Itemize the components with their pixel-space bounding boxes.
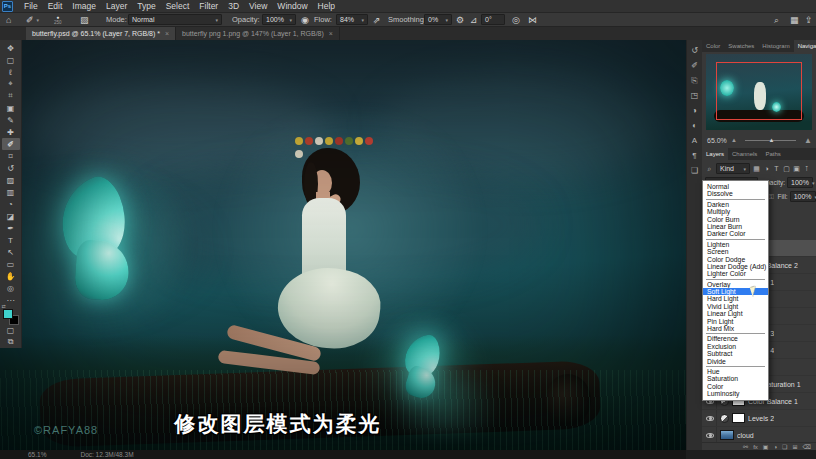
opacity-select[interactable]: 100%▾ [262, 14, 296, 25]
status-zoom[interactable]: 65.1% [28, 451, 46, 458]
blur-tool[interactable]: ◔ [2, 198, 20, 210]
blend-option-difference[interactable]: Difference [703, 335, 768, 342]
layer-mask-icon[interactable]: ▣ [763, 443, 769, 451]
close-icon[interactable]: × [329, 30, 333, 37]
share-icon[interactable]: ⇪ [805, 13, 813, 27]
blend-option-screen[interactable]: Screen [703, 248, 768, 255]
tab-layers[interactable]: Layers [702, 148, 728, 160]
blend-option-multiply[interactable]: Multiply [703, 208, 768, 215]
shape-tool[interactable]: ▭ [2, 258, 20, 270]
tab-swatches[interactable]: Swatches [724, 40, 758, 52]
blend-option-pin-light[interactable]: Pin Light [703, 318, 768, 325]
workspace-icon[interactable]: ▦ [790, 13, 799, 27]
layer-row[interactable]: Levels 2 [702, 410, 816, 427]
flow-select[interactable]: 84%▾ [336, 14, 368, 25]
styles-panel-icon[interactable]: ◐ [688, 118, 702, 133]
mode-select[interactable]: Normal▾ [128, 14, 222, 25]
canvas[interactable]: ©RAFYA88 修改图层模式为柔光 [0, 40, 686, 450]
menu-help[interactable]: Help [313, 0, 340, 13]
delete-layer-icon[interactable]: ⌫ [803, 443, 811, 451]
menu-filter[interactable]: Filter [194, 0, 223, 13]
move-tool[interactable]: ✥ [2, 42, 20, 54]
color-swatches[interactable]: ⇄ [3, 309, 19, 325]
blend-option-color-dodge[interactable]: Color Dodge [703, 256, 768, 263]
airbrush-icon[interactable]: ⇗ [373, 13, 381, 27]
menu-edit[interactable]: Edit [43, 0, 68, 13]
menu-image[interactable]: Image [67, 0, 101, 13]
tab-paths[interactable]: Paths [761, 148, 784, 160]
blend-option-lighten[interactable]: Lighten [703, 241, 768, 248]
tab-color[interactable]: Color [702, 40, 724, 52]
eyedropper-tool[interactable]: ✎ [2, 114, 20, 126]
marquee-tool[interactable]: ▢ [2, 54, 20, 66]
layer-filter-icon-2[interactable]: ◑ [762, 165, 771, 173]
symmetry-icon[interactable]: ⋈ [528, 13, 537, 27]
opacity-pressure-icon[interactable]: ◉ [301, 13, 309, 27]
adjustments-panel-icon[interactable]: ◑ [688, 103, 702, 118]
gradient-tool[interactable]: ▥ [2, 186, 20, 198]
clone-source-panel-icon[interactable]: ⎘ [688, 73, 702, 88]
blend-option-exclusion[interactable]: Exclusion [703, 343, 768, 350]
brush-settings-panel-icon[interactable]: ✐ [688, 58, 702, 73]
search-icon[interactable]: ⌕ [774, 13, 779, 27]
home-icon[interactable]: ⌂ [6, 13, 11, 27]
blend-option-normal[interactable]: Normal [703, 183, 768, 190]
link-layers-icon[interactable]: ⚯ [743, 443, 748, 451]
navigator-thumbnail[interactable] [706, 54, 812, 130]
menu-3d[interactable]: 3D [223, 0, 244, 13]
menu-window[interactable]: Window [272, 0, 312, 13]
properties-panel-icon[interactable]: ◳ [688, 88, 702, 103]
document-tab-1[interactable]: butterfly.psd @ 65.1% (Layer 7, RGB/8) *… [26, 27, 176, 40]
layer-visibility-toggle[interactable] [704, 427, 717, 442]
type-tool[interactable]: T [2, 234, 20, 246]
new-layer-icon[interactable]: ⊞ [792, 443, 797, 451]
tab-histogram[interactable]: Histogram [758, 40, 793, 52]
layer-mask-thumbnail[interactable] [732, 413, 745, 423]
brush-tool[interactable]: ✐ [2, 138, 20, 150]
paragraph-panel-icon[interactable]: ¶ [688, 148, 702, 163]
history-panel-icon[interactable]: ↺ [688, 43, 702, 58]
layer-thumbnail[interactable] [720, 430, 734, 440]
document-tab-2[interactable]: butterfly png 1.png @ 147% (Layer 1, RGB… [176, 27, 340, 40]
blend-option-linear-light[interactable]: Linear Light [703, 310, 768, 317]
blend-option-overlay[interactable]: Overlay [703, 281, 768, 288]
layer-style-icon[interactable]: fx [753, 443, 758, 451]
menu-layer[interactable]: Layer [101, 0, 132, 13]
blend-option-saturation[interactable]: Saturation [703, 375, 768, 382]
blend-option-darken[interactable]: Darken [703, 201, 768, 208]
zoom-out-icon[interactable]: ▲ [731, 137, 737, 143]
blend-option-lighter-color[interactable]: Lighter Color [703, 270, 768, 277]
dodge-tool[interactable]: ◪ [2, 210, 20, 222]
blend-option-dissolve[interactable]: Dissolve [703, 190, 768, 197]
blend-option-linear-burn[interactable]: Linear Burn [703, 223, 768, 230]
layer-filter-icon-5[interactable]: ▣ [792, 165, 801, 173]
blend-option-hard-light[interactable]: Hard Light [703, 295, 768, 302]
menu-file[interactable]: File [19, 0, 43, 13]
screen-mode-icon[interactable]: ⧉ [2, 336, 20, 348]
libraries-panel-icon[interactable]: ❏ [688, 163, 702, 178]
menu-view[interactable]: View [244, 0, 272, 13]
layer-opacity-select[interactable]: 100%▾ [787, 177, 813, 188]
blend-option-subtract[interactable]: Subtract [703, 350, 768, 357]
blend-option-luminosity[interactable]: Luminosity [703, 390, 768, 397]
object-selection-tool[interactable]: ⌖ [2, 78, 20, 90]
blend-option-color-burn[interactable]: Color Burn [703, 216, 768, 223]
lasso-tool[interactable]: ℓ [2, 66, 20, 78]
blend-option-hue[interactable]: Hue [703, 368, 768, 375]
hand-tool[interactable]: ✋ [2, 270, 20, 282]
navigator-zoom-value[interactable]: 65.0% [707, 137, 731, 144]
blend-option-vivid-light[interactable]: Vivid Light [703, 303, 768, 310]
navigator-zoom-slider[interactable]: ▲ [745, 140, 796, 141]
blend-option-linear-dodge-add-[interactable]: Linear Dodge (Add) [703, 263, 768, 270]
crop-tool[interactable]: ⌗ [2, 90, 20, 102]
layer-visibility-toggle[interactable] [704, 410, 717, 426]
frame-tool[interactable]: ▣ [2, 102, 20, 114]
navigator-view-frame[interactable] [716, 62, 802, 120]
toggle-brush-panel-icon[interactable]: ▨ [80, 13, 89, 27]
blend-option-color[interactable]: Color [703, 383, 768, 390]
layer-filter-icon-3[interactable]: T [772, 165, 781, 173]
layer-filter-icon-6[interactable]: ⊺ [802, 165, 811, 173]
tab-navigator[interactable]: Navigator [794, 40, 816, 52]
smoothing-gear-icon[interactable]: ⚙ [456, 13, 464, 27]
blend-option-soft-light[interactable]: Soft Light [703, 288, 768, 295]
